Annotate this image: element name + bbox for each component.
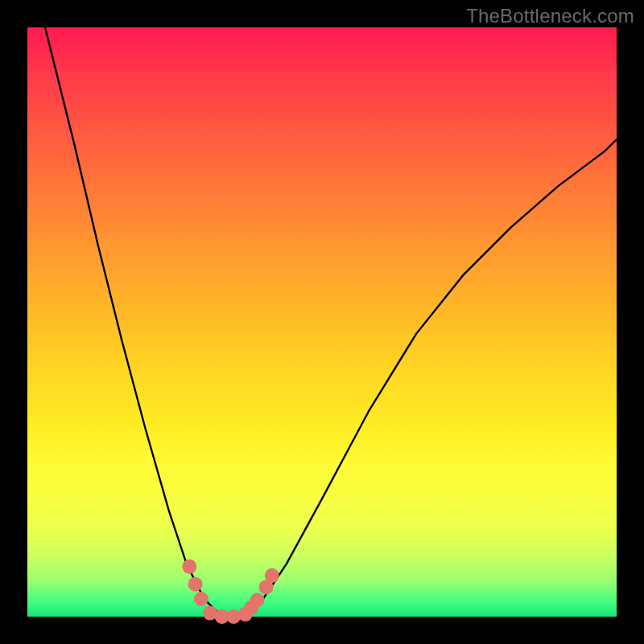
marker-group <box>182 559 279 624</box>
bottleneck-curve <box>45 27 617 617</box>
watermark-label: TheBottleneck.com <box>466 5 634 27</box>
data-marker <box>182 559 196 574</box>
data-marker <box>250 593 265 608</box>
data-marker <box>188 577 203 592</box>
plot-area <box>27 27 617 617</box>
chart-frame: TheBottleneck.com <box>0 0 644 644</box>
data-marker <box>194 592 208 606</box>
curve-layer <box>27 27 617 617</box>
data-marker <box>265 568 279 583</box>
